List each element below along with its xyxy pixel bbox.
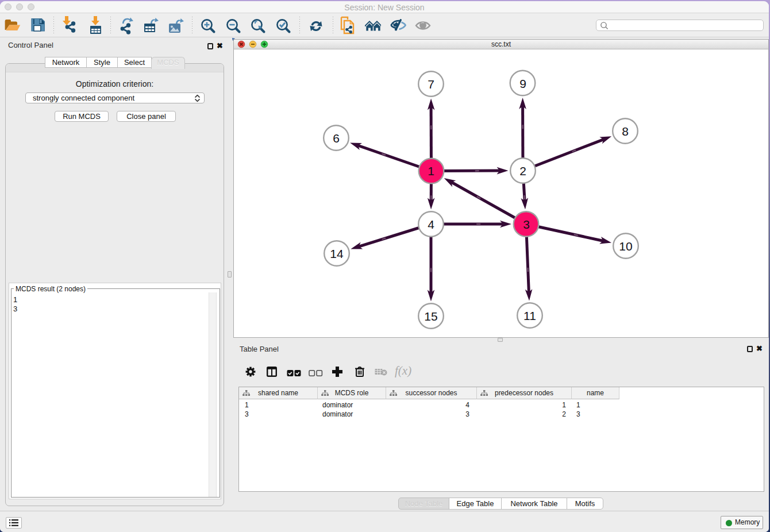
svg-text:15: 15 [424,310,437,323]
svg-text:7: 7 [428,78,434,91]
svg-text:9: 9 [519,77,526,90]
svg-text:4: 4 [428,218,434,231]
svg-text:10: 10 [619,240,632,253]
svg-text:2: 2 [519,164,526,178]
svg-text:1: 1 [428,164,434,178]
svg-text:8: 8 [622,125,629,138]
svg-text:6: 6 [333,132,340,145]
svg-text:11: 11 [523,309,536,322]
svg-text:3: 3 [523,218,530,231]
svg-text:14: 14 [330,247,344,260]
